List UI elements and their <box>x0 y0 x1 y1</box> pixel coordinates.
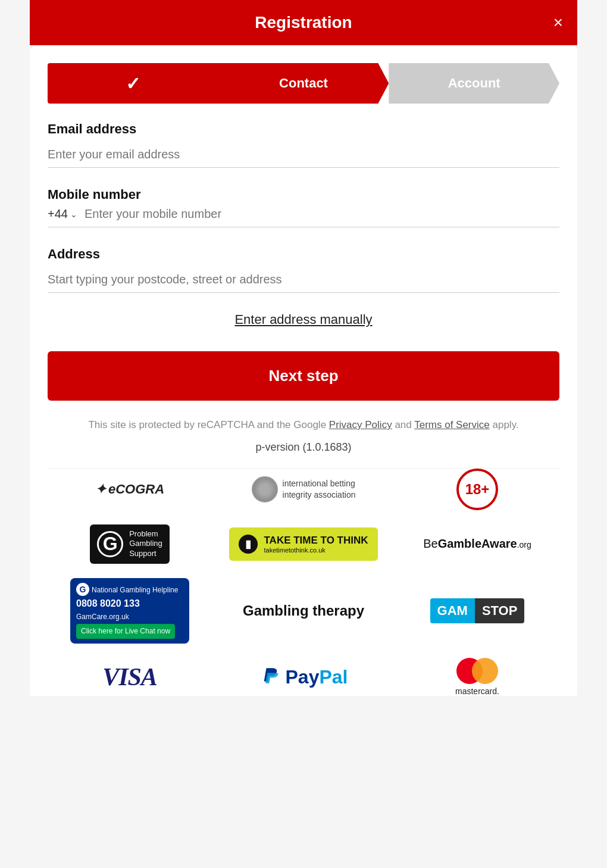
step-1-check: ✓ <box>126 73 140 94</box>
take-time-to-think-logo: ▮ TAKE TIME TO THINK taketimetothink.co.… <box>229 527 377 561</box>
thinktank-main: TAKE TIME TO THINK <box>264 535 368 546</box>
mastercard-circles-icon <box>456 658 498 684</box>
gamcare-label3: Support <box>129 549 157 558</box>
next-step-button[interactable]: Next step <box>48 351 559 401</box>
visa-text: VISA <box>102 663 157 691</box>
gamcare-helpline-logo: GNational Gambling Helpline 0808 8020 13… <box>70 578 189 644</box>
helpline-g-icon: G <box>76 583 89 596</box>
logos-grid: ✦ eCOGRA international betting integrity… <box>48 469 559 697</box>
age-badge-text: 18+ <box>465 481 490 498</box>
gamcare-text: Problem Gambling Support <box>129 529 162 560</box>
email-label: Email address <box>48 121 559 137</box>
gamcare-g-icon: G <box>97 531 123 557</box>
paypal-text: PayPal <box>286 666 348 688</box>
ibia-text: international betting integrity associat… <box>283 478 356 499</box>
step-2-label: Contact <box>279 76 328 91</box>
recaptcha-notice: This site is protected by reCAPTCHA and … <box>48 417 559 433</box>
step-3-label: Account <box>448 76 500 91</box>
mastercard-label: mastercard. <box>455 686 499 696</box>
enter-address-manually-button[interactable]: Enter address manually <box>48 312 559 327</box>
email-field-group: Email address <box>48 121 559 168</box>
org-text: .org <box>517 540 531 549</box>
begambleaware-logo: BeGambleAware.org <box>423 537 531 551</box>
gambling-therapy-logo: Gambling therapy <box>243 602 364 619</box>
gamcare-label1: Problem <box>129 529 158 538</box>
terms-of-service-link[interactable]: Terms of Service <box>414 419 490 430</box>
thinktank-icon: ▮ <box>239 535 258 554</box>
gamstop-stop: STOP <box>475 598 525 623</box>
chevron-down-icon: ⌄ <box>70 210 77 219</box>
mastercard-logo: mastercard. <box>455 658 499 696</box>
recaptcha-apply: apply. <box>493 419 519 430</box>
registration-form: Email address Mobile number +44 ⌄ Addres… <box>30 104 577 327</box>
mc-orange-circle <box>472 658 498 684</box>
ecogra-text: eCOGRA <box>108 482 164 497</box>
aware-text: Aware <box>481 537 517 550</box>
modal-header: Registration × <box>30 0 577 45</box>
helpline-number: 0808 8020 133 <box>76 597 183 610</box>
gamcare-logo: G Problem Gambling Support <box>90 524 170 564</box>
step-2-contact[interactable]: Contact <box>218 63 389 104</box>
paypal-pal: Pal <box>319 666 348 688</box>
email-input[interactable] <box>48 142 559 168</box>
gamcare-helpline-box: GNational Gambling Helpline 0808 8020 13… <box>70 578 189 644</box>
helpline-national: National Gambling Helpline <box>92 586 178 594</box>
begamble-text: BeGambleAware.org <box>423 537 531 551</box>
phone-prefix-selector[interactable]: +44 ⌄ <box>48 207 77 221</box>
recaptcha-text-start: This site is protected by reCAPTCHA and … <box>88 419 326 430</box>
gamstop-gam: GAM <box>430 598 475 623</box>
ibia-line2: integrity association <box>283 490 356 499</box>
gamstop-logo: GAM STOP <box>430 598 525 623</box>
be-text: Be <box>423 537 437 550</box>
paypal-icon <box>259 666 281 688</box>
address-label: Address <box>48 246 559 262</box>
ecogra-wing-icon: ✦ <box>95 482 106 497</box>
age-18-badge: 18+ <box>456 469 498 510</box>
ecogra-logo: ✦ eCOGRA <box>95 482 164 497</box>
ibia-logo: international betting integrity associat… <box>252 476 356 502</box>
privacy-policy-link[interactable]: Privacy Policy <box>329 419 392 430</box>
ibia-line1: international betting <box>283 479 355 488</box>
gamble-text: Gamble <box>438 537 481 550</box>
close-button[interactable]: × <box>553 14 563 31</box>
steps-bar: ✓ Contact Account <box>48 63 559 104</box>
phone-prefix-value: +44 <box>48 207 68 221</box>
step-3-account[interactable]: Account <box>389 63 559 104</box>
gambling-therapy-text: Gambling therapy <box>243 602 364 619</box>
gamstop-badge: GAM STOP <box>430 598 525 623</box>
helpline-chat[interactable]: Click here for Live Chat now <box>76 624 175 639</box>
paypal-pay: Pay <box>286 666 320 688</box>
mobile-field-group: Mobile number +44 ⌄ <box>48 187 559 227</box>
age-restriction-badge: 18+ <box>456 469 498 510</box>
helpline-site: GamCare.org.uk <box>76 613 129 621</box>
gamcare-label2: Gambling <box>129 539 162 548</box>
phone-row: +44 ⌄ <box>48 207 559 227</box>
recaptcha-and: and <box>395 419 411 430</box>
paypal-logo: PayPal <box>259 666 348 688</box>
mobile-input[interactable] <box>85 207 559 221</box>
thinktank-sub: taketimetothink.co.uk <box>264 547 368 554</box>
address-input[interactable] <box>48 267 559 293</box>
registration-modal: Registration × ✓ Contact Account Email a… <box>30 0 577 696</box>
visa-logo: VISA <box>102 663 157 691</box>
address-field-group: Address <box>48 246 559 293</box>
version-text: p-version (1.0.1683) <box>30 441 577 454</box>
modal-title: Registration <box>255 13 352 32</box>
ibia-globe-icon <box>252 476 278 502</box>
mobile-label: Mobile number <box>48 187 559 202</box>
step-1-done[interactable]: ✓ <box>48 63 218 104</box>
